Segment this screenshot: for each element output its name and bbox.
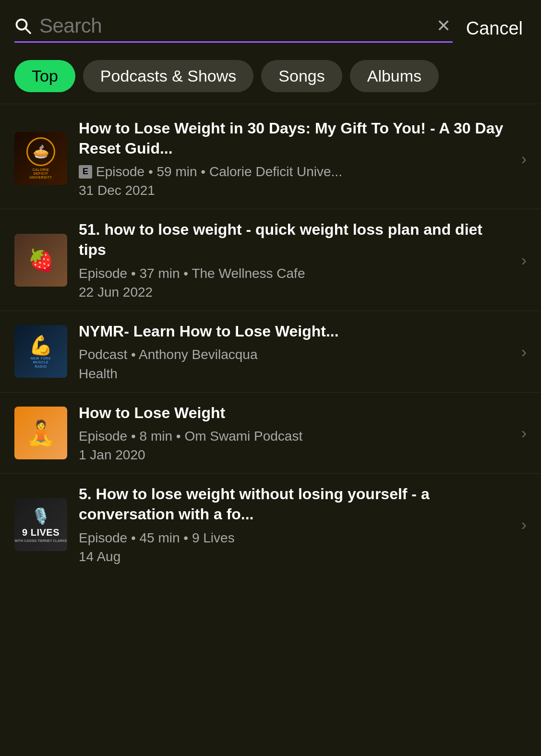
result-date-2: 22 Jun 2022	[79, 285, 506, 300]
result-date-4: 1 Jan 2020	[79, 447, 506, 463]
result-title-3: NYMR- Learn How to Lose Weight...	[79, 322, 506, 342]
result-subtitle-3: Podcast • Anthony Bevilacqua	[79, 345, 258, 364]
thumbnail-3: 💪 NEW YORKMUSCLERADIO	[14, 325, 67, 378]
result-date-5: 14 Aug	[79, 549, 506, 564]
list-item[interactable]: 💪 NEW YORKMUSCLERADIO NYMR- Learn How to…	[0, 311, 541, 393]
search-bar-container: how to lose weight ✕ Cancel	[0, 0, 541, 52]
result-title-2: 51. how to lose weight - quick weight lo…	[79, 220, 506, 260]
search-input-wrapper: how to lose weight ✕	[14, 14, 453, 43]
result-subtitle-5: Episode • 45 min • 9 Lives	[79, 528, 235, 547]
thumbnail-4: 🧘	[14, 407, 67, 459]
result-title-5: 5. How to lose weight without losing you…	[79, 484, 506, 524]
filter-tabs: Top Podcasts & Shows Songs Albums	[0, 52, 541, 104]
list-item[interactable]: 🧘 How to Lose Weight Episode • 8 min • O…	[0, 393, 541, 474]
tab-albums[interactable]: Albums	[350, 60, 439, 92]
list-item[interactable]: 🍓 51. how to lose weight - quick weight …	[0, 209, 541, 311]
chevron-right-icon-2: ›	[521, 251, 527, 269]
svg-line-1	[26, 29, 30, 33]
result-content-5: 5. How to lose weight without losing you…	[79, 484, 506, 564]
results-list: 🥧 CALORIEDEFICITUNIVERSITY How to Lose W…	[0, 108, 541, 575]
svg-point-0	[17, 20, 27, 30]
tab-top[interactable]: Top	[14, 60, 75, 92]
search-icon	[14, 17, 32, 35]
result-subtitle-2: Episode • 37 min • The Wellness Cafe	[79, 264, 305, 283]
divider	[0, 104, 541, 104]
list-item[interactable]: 🎙️ 9 LIVES WITH CASSIA TIERNEY CLARKE 5.…	[0, 474, 541, 575]
result-meta-5: Episode • 45 min • 9 Lives	[79, 528, 506, 547]
search-input[interactable]: how to lose weight	[39, 14, 427, 37]
result-content-2: 51. how to lose weight - quick weight lo…	[79, 220, 506, 300]
thumbnail-2: 🍓	[14, 234, 67, 287]
result-title-4: How to Lose Weight	[79, 403, 506, 423]
result-meta-3: Podcast • Anthony Bevilacqua	[79, 345, 506, 364]
thumbnail-5: 🎙️ 9 LIVES WITH CASSIA TIERNEY CLARKE	[14, 498, 67, 551]
chevron-right-icon-3: ›	[521, 342, 527, 361]
result-date-1: 31 Dec 2021	[79, 183, 506, 198]
list-item[interactable]: 🥧 CALORIEDEFICITUNIVERSITY How to Lose W…	[0, 108, 541, 209]
result-content-4: How to Lose Weight Episode • 8 min • Om …	[79, 403, 506, 463]
cancel-button[interactable]: Cancel	[462, 18, 527, 39]
result-subtitle-1: Episode • 59 min • Calorie Deficit Unive…	[96, 162, 342, 181]
tab-songs[interactable]: Songs	[261, 60, 342, 92]
tab-podcasts[interactable]: Podcasts & Shows	[83, 60, 253, 92]
chevron-right-icon-5: ›	[521, 515, 527, 534]
result-subtitle-4: Episode • 8 min • Om Swami Podcast	[79, 427, 302, 445]
explicit-badge-1: E	[79, 165, 92, 179]
result-meta-2: Episode • 37 min • The Wellness Cafe	[79, 264, 506, 283]
result-date-3: Health	[79, 366, 506, 382]
result-content-3: NYMR- Learn How to Lose Weight... Podcas…	[79, 322, 506, 382]
chevron-right-icon-1: ›	[521, 149, 527, 168]
result-meta-1: E Episode • 59 min • Calorie Deficit Uni…	[79, 162, 506, 181]
clear-icon: ✕	[436, 17, 451, 35]
result-content-1: How to Lose Weight in 30 Days: My Gift T…	[79, 119, 506, 198]
result-title-1: How to Lose Weight in 30 Days: My Gift T…	[79, 119, 506, 158]
chevron-right-icon-4: ›	[521, 423, 527, 442]
thumbnail-1: 🥧 CALORIEDEFICITUNIVERSITY	[14, 132, 67, 185]
clear-button[interactable]: ✕	[434, 15, 453, 36]
result-meta-4: Episode • 8 min • Om Swami Podcast	[79, 427, 506, 445]
